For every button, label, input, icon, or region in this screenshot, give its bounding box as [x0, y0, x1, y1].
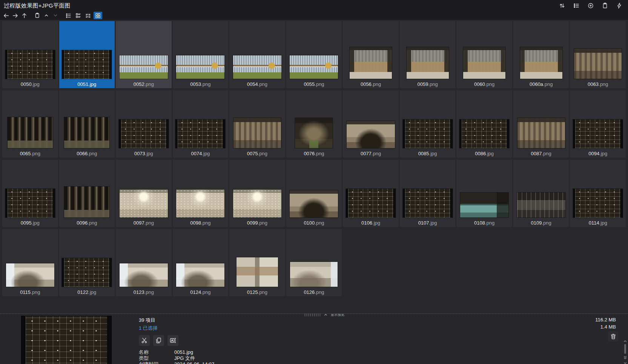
file-thumbnail: [346, 189, 396, 217]
file-tile[interactable]: 0077.png: [343, 90, 399, 158]
file-name: 0115.png: [20, 289, 40, 296]
file-thumbnail: [64, 117, 109, 148]
file-name: 0097.png: [134, 219, 154, 227]
file-name: 0060.png: [474, 81, 494, 88]
grid-view-button[interactable]: [94, 12, 102, 19]
file-tile[interactable]: 0106.jpg: [343, 160, 399, 227]
detail-row: 名称0051.jpg: [139, 349, 214, 355]
file-thumbnail: [459, 119, 509, 148]
file-tile[interactable]: 0097.png: [116, 160, 172, 227]
file-tile[interactable]: 0074.jpg: [173, 90, 229, 158]
file-thumbnail: [463, 47, 505, 79]
content-view-button[interactable]: [84, 12, 92, 19]
file-tile[interactable]: 0114.jpg: [570, 160, 626, 227]
up-icon: [21, 12, 28, 19]
cut-button[interactable]: [139, 335, 150, 346]
file-name: 0094.jpg: [588, 150, 607, 158]
file-tile[interactable]: 0095.jpg: [2, 160, 58, 227]
clipboard-button[interactable]: [600, 1, 610, 10]
file-name: 0085.jpg: [418, 150, 437, 158]
file-tile[interactable]: 0063.png: [570, 21, 626, 88]
show-preview-toggle[interactable]: 显示预览: [304, 314, 344, 317]
scroll-down-icon[interactable]: [623, 361, 627, 364]
tiles-view-button[interactable]: [74, 12, 83, 19]
file-tile[interactable]: 0056.png: [343, 21, 399, 88]
file-name: 0050.jpg: [21, 81, 40, 88]
chevron-down-icon: [53, 13, 58, 18]
file-tile[interactable]: 0124.png: [173, 229, 229, 296]
file-name: 0086.jpg: [475, 150, 494, 158]
file-tile[interactable]: 0109.png: [513, 160, 569, 227]
selected-size: 1.4 MB: [595, 324, 616, 330]
file-thumbnail: [5, 50, 55, 79]
up-button[interactable]: [20, 12, 28, 19]
expand-button[interactable]: [51, 12, 59, 19]
file-tile[interactable]: 0051.jpg: [59, 21, 115, 88]
view-options-button[interactable]: [571, 1, 581, 10]
file-name: 0051.jpg: [77, 81, 96, 88]
file-tile[interactable]: 0098.png: [173, 160, 229, 227]
file-thumbnail: [120, 55, 168, 79]
copy-button[interactable]: [153, 335, 164, 346]
back-button[interactable]: [2, 12, 10, 19]
file-tile[interactable]: 0108.png: [456, 160, 512, 227]
file-tile[interactable]: 0054.png: [229, 21, 285, 88]
scrollbar-thumb[interactable]: [624, 344, 626, 354]
file-tile[interactable]: 0053.png: [173, 21, 229, 88]
file-tile[interactable]: 0122.jpg: [59, 229, 115, 296]
collapse-button[interactable]: [42, 12, 50, 19]
file-tile[interactable]: 0050.jpg: [2, 21, 58, 88]
delete-button[interactable]: [608, 331, 618, 341]
file-tile[interactable]: 0086.jpg: [456, 90, 512, 158]
file-name: 0125.png: [247, 289, 267, 296]
sort-button[interactable]: [557, 1, 567, 10]
file-thumbnail: [176, 190, 224, 217]
zoom-add-button[interactable]: [586, 1, 596, 10]
file-tile[interactable]: 0096.png: [59, 160, 115, 227]
show-preview-label: 显示预览: [331, 314, 344, 317]
forward-button[interactable]: [11, 12, 19, 19]
file-tile[interactable]: 0060a.png: [513, 21, 569, 88]
scrollbar[interactable]: [623, 340, 628, 364]
tiles-view-icon: [75, 12, 81, 19]
file-tile[interactable]: 0075.png: [229, 90, 285, 158]
file-name: 0063.png: [588, 81, 608, 88]
file-thumbnail: [290, 55, 338, 79]
file-tile[interactable]: 0126.png: [286, 229, 342, 296]
file-tile[interactable]: 0115.png: [2, 229, 58, 296]
details-view-button[interactable]: [64, 12, 73, 19]
scroll-up-icon[interactable]: [623, 340, 627, 343]
file-tile[interactable]: 0052.png: [116, 21, 172, 88]
drag-handle-icon[interactable]: [304, 314, 321, 316]
file-thumbnail: [6, 263, 54, 287]
file-tile[interactable]: 0076.png: [286, 90, 342, 158]
file-name: 0060a.png: [530, 81, 553, 88]
file-thumbnail: [175, 119, 225, 148]
file-name: 0053.png: [190, 81, 210, 88]
paste-button[interactable]: [33, 12, 41, 19]
file-details: 名称0051.jpg类型JPG 文件创建时间2024-06-06 14:07修改…: [139, 349, 214, 364]
selected-count[interactable]: 1 已选择: [139, 325, 214, 332]
file-tile[interactable]: 0100.png: [286, 160, 342, 227]
file-name: 0108.png: [474, 219, 494, 227]
file-tile[interactable]: 0123.png: [116, 229, 172, 296]
file-tile[interactable]: 0055.png: [286, 21, 342, 88]
file-name: 0096.png: [77, 219, 97, 227]
file-tile[interactable]: 0059.png: [400, 21, 456, 88]
file-thumbnail: [290, 262, 338, 287]
file-tile[interactable]: 0099.png: [229, 160, 285, 227]
quick-actions-button[interactable]: [614, 1, 624, 10]
navigation-toolbar: [0, 11, 628, 20]
file-tile[interactable]: 0107.jpg: [400, 160, 456, 227]
rename-button[interactable]: [167, 335, 178, 346]
file-tile[interactable]: 0094.jpg: [570, 90, 626, 158]
file-tile[interactable]: 0073.jpg: [116, 90, 172, 158]
scroll-page-down-icon[interactable]: [623, 355, 627, 360]
file-tile[interactable]: 0065.png: [2, 90, 58, 158]
file-tile[interactable]: 0125.png: [229, 229, 285, 296]
rename-icon: [169, 337, 177, 344]
file-tile[interactable]: 0087.png: [513, 90, 569, 158]
file-tile[interactable]: 0085.jpg: [400, 90, 456, 158]
file-tile[interactable]: 0066.png: [59, 90, 115, 158]
file-tile[interactable]: 0060.png: [456, 21, 512, 88]
